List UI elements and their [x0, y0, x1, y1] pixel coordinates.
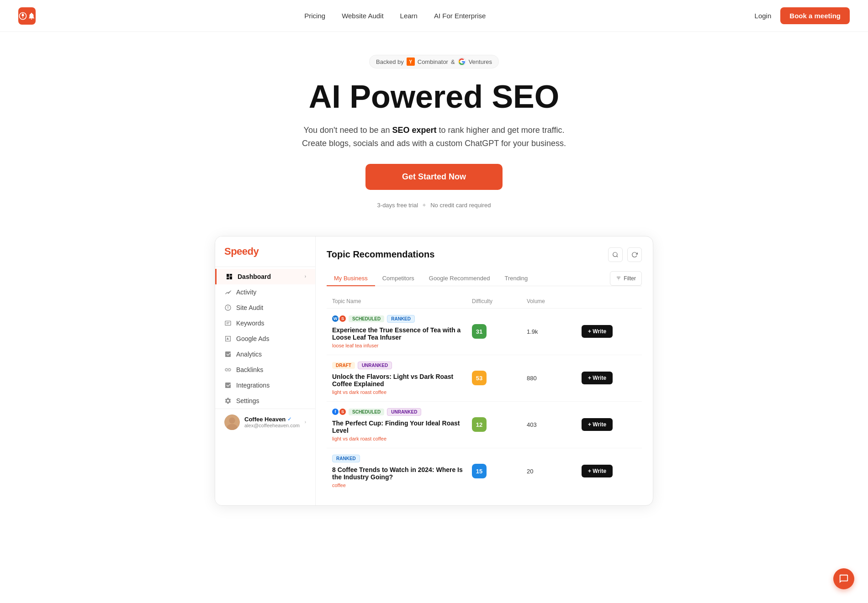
sidebar-label-activity: Activity: [236, 288, 256, 296]
write-button-1[interactable]: + Write: [582, 325, 613, 338]
platform-icons-3: f S: [332, 409, 346, 415]
badge-scheduled-1: SCHEDULED: [349, 315, 384, 322]
topic-title-2[interactable]: Unlock the Flavors: Light vs Dark Roast …: [332, 373, 472, 388]
topic-badges-4: RANKED: [332, 455, 472, 462]
google-ads-icon: [224, 335, 232, 342]
sidebar-label-keywords: Keywords: [236, 320, 264, 327]
refresh-button[interactable]: [627, 247, 642, 262]
wordpress-icon: W: [332, 315, 339, 322]
difficulty-cell-3: 12: [472, 417, 527, 432]
site-audit-icon: [224, 304, 232, 311]
topic-keyword-3: light vs dark roast coffee: [332, 436, 472, 441]
topic-cell-2: DRAFT UNRANKED Unlock the Flavors: Light…: [332, 362, 472, 395]
keywords-icon: [224, 320, 232, 327]
trial-info: 3-days free trial ✦ No credit card requi…: [377, 202, 491, 209]
sidebar-user[interactable]: Coffee Heaven ✓ alex@coffeeheaven.com ›: [215, 409, 315, 435]
sidebar: Speedy Dashboard › Activity Site Audit K…: [215, 236, 316, 505]
nav-pricing[interactable]: Pricing: [304, 12, 325, 20]
hero-section: Backed by Y Combinator & Ventures AI Pow…: [0, 32, 868, 222]
no-cc-text: No credit card required: [430, 202, 491, 209]
speedy-icon-3: S: [339, 409, 346, 415]
table-header: Topic Name Difficulty Volume: [327, 294, 642, 309]
sidebar-item-google-ads[interactable]: Google Ads: [215, 331, 315, 346]
backed-text: Backed by: [376, 58, 404, 65]
topic-cell-3: f S SCHEDULED UNRANKED The Perfect Cup: …: [332, 408, 472, 441]
sidebar-item-settings[interactable]: Settings: [215, 393, 315, 409]
user-avatar: [224, 414, 240, 430]
filter-label: Filter: [624, 275, 636, 282]
sidebar-item-dashboard[interactable]: Dashboard ›: [215, 269, 315, 284]
sidebar-label-dashboard: Dashboard: [238, 273, 271, 280]
difficulty-cell-2: 53: [472, 371, 527, 385]
yc-badge: Y: [407, 58, 415, 66]
topic-badges-2: DRAFT UNRANKED: [332, 362, 472, 369]
topic-title-4[interactable]: 8 Coffee Trends to Watch in 2024: Where …: [332, 466, 472, 481]
analytics-icon: [224, 351, 232, 358]
main-header-actions: [608, 247, 642, 262]
dashboard-icon: [226, 273, 233, 280]
difficulty-pill-3: 12: [472, 417, 487, 432]
chat-bubble-button[interactable]: [833, 568, 854, 589]
activity-icon: [224, 288, 232, 296]
topic-keyword-1: loose leaf tea infuser: [332, 343, 472, 348]
ventures-text: Ventures: [469, 58, 492, 65]
hero-title: AI Powered SEO: [9, 79, 859, 115]
search-button[interactable]: [608, 247, 623, 262]
badge-unranked-2: UNRANKED: [358, 362, 392, 369]
user-email: alex@coffeeheaven.com: [244, 423, 300, 428]
sidebar-logo: Speedy: [215, 246, 315, 265]
sidebar-item-backlinks[interactable]: Backlinks: [215, 362, 315, 378]
tab-google-recommended[interactable]: Google Recommended: [422, 271, 498, 286]
sidebar-item-analytics[interactable]: Analytics: [215, 346, 315, 362]
svg-line-5: [617, 256, 618, 257]
trial-text: 3-days free trial: [377, 202, 418, 209]
combinator-text: Combinator: [418, 58, 448, 65]
user-name: Coffee Heaven ✓: [244, 416, 300, 423]
sidebar-item-activity[interactable]: Activity: [215, 284, 315, 300]
filter-button[interactable]: Filter: [610, 271, 642, 286]
speedy-icon: S: [339, 315, 346, 322]
search-icon: [612, 252, 619, 258]
app-screenshot: Speedy Dashboard › Activity Site Audit K…: [215, 236, 653, 506]
svg-point-4: [613, 252, 617, 256]
action-cell-3: + Write: [582, 418, 636, 431]
sidebar-item-integrations[interactable]: Integrations: [215, 378, 315, 393]
sidebar-item-keywords[interactable]: Keywords: [215, 315, 315, 331]
topic-title-3[interactable]: The Perfect Cup: Finding Your Ideal Roas…: [332, 419, 472, 434]
topic-badges-1: W S SCHEDULED RANKED: [332, 315, 472, 323]
write-button-4[interactable]: + Write: [582, 465, 613, 477]
write-button-2[interactable]: + Write: [582, 372, 613, 384]
amp-text: &: [451, 58, 455, 65]
user-info: Coffee Heaven ✓ alex@coffeeheaven.com: [244, 416, 300, 428]
main-content: Topic Recommendations My Business Compet…: [316, 236, 653, 505]
col-topic: Topic Name: [332, 298, 472, 304]
tab-my-business[interactable]: My Business: [327, 271, 375, 286]
difficulty-cell-4: 15: [472, 464, 527, 478]
sidebar-item-site-audit[interactable]: Site Audit: [215, 300, 315, 315]
col-volume[interactable]: Volume: [527, 298, 582, 304]
navbar: Pricing Website Audit Learn AI For Enter…: [0, 0, 868, 32]
badge-ranked-1: RANKED: [387, 315, 415, 323]
logo[interactable]: [18, 7, 36, 25]
nav-website-audit[interactable]: Website Audit: [342, 12, 383, 20]
topic-title-1[interactable]: Experience the True Essence of Tea with …: [332, 326, 472, 341]
action-cell-4: + Write: [582, 465, 636, 477]
user-chevron-icon: ›: [305, 419, 306, 425]
book-meeting-button[interactable]: Book a meeting: [780, 7, 850, 24]
topic-tabs: My Business Competitors Google Recommend…: [327, 271, 642, 286]
action-cell-1: + Write: [582, 325, 636, 338]
bell-icon: [27, 12, 36, 20]
platform-icons-1: W S: [332, 315, 346, 322]
settings-icon: [224, 397, 232, 404]
get-started-button[interactable]: Get Started Now: [365, 164, 503, 190]
main-header: Topic Recommendations: [327, 247, 642, 262]
difficulty-pill-1: 31: [472, 324, 487, 339]
col-difficulty[interactable]: Difficulty: [472, 298, 527, 304]
nav-learn[interactable]: Learn: [400, 12, 418, 20]
tab-competitors[interactable]: Competitors: [375, 271, 422, 286]
nav-ai-enterprise[interactable]: AI For Enterprise: [434, 12, 486, 20]
tab-trending[interactable]: Trending: [497, 271, 535, 286]
difficulty-pill-2: 53: [472, 371, 487, 385]
login-link[interactable]: Login: [755, 12, 772, 20]
write-button-3[interactable]: + Write: [582, 418, 613, 431]
